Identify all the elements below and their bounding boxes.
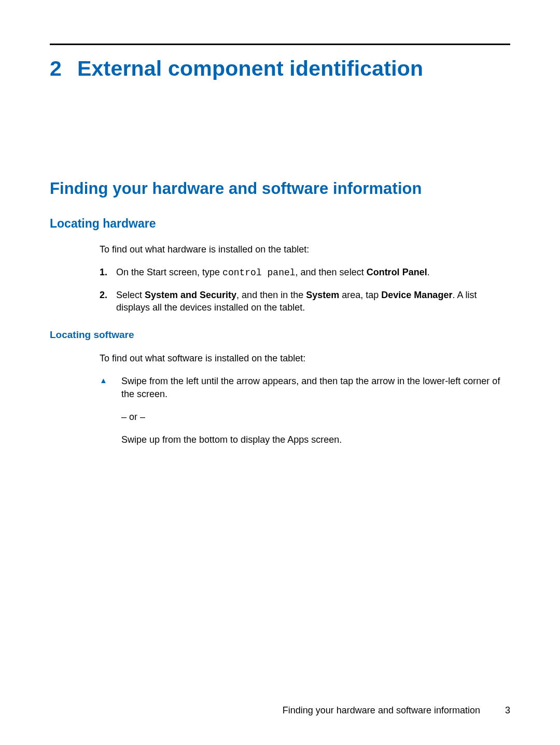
step-content: Select System and Security, and then in …: [116, 289, 510, 314]
text: .: [427, 267, 430, 277]
text: On the Start screen, type: [116, 267, 222, 277]
bold-text: Control Panel: [367, 267, 427, 277]
triangle-icon: ▲: [100, 375, 121, 456]
chapter-number: 2: [50, 57, 62, 81]
sw-line-1: Swipe from the left until the arrow appe…: [121, 375, 510, 400]
bold-text: Device Manager: [381, 290, 452, 300]
text: , and then select: [296, 267, 367, 277]
step-content: On the Start screen, type control panel,…: [116, 266, 510, 279]
chapter-title: 2External component identification: [50, 57, 510, 81]
bullet-content: Swipe from the left until the arrow appe…: [121, 375, 510, 456]
chapter-title-text: External component identification: [77, 57, 423, 80]
top-rule: [50, 44, 510, 45]
sw-heading: Locating software: [50, 329, 510, 341]
text: area, tap: [339, 290, 381, 300]
bold-text: System: [306, 290, 339, 300]
sw-line-2: Swipe up from the bottom to display the …: [121, 433, 510, 446]
sw-step: ▲ Swipe from the left until the arrow ap…: [100, 375, 510, 456]
step-number: 2.: [100, 289, 116, 314]
code-text: control panel: [222, 268, 295, 278]
hw-steps: 1. On the Start screen, type control pan…: [100, 266, 510, 314]
page-footer: Finding your hardware and software infor…: [283, 705, 510, 716]
document-page: 2External component identification Findi…: [0, 0, 560, 745]
section-heading: Finding your hardware and software infor…: [50, 179, 510, 198]
sw-bullets: ▲ Swipe from the left until the arrow ap…: [100, 375, 510, 456]
hw-step-2: 2. Select System and Security, and then …: [100, 289, 510, 314]
hw-step-1: 1. On the Start screen, type control pan…: [100, 266, 510, 279]
sw-or: – or –: [121, 411, 510, 423]
step-number: 1.: [100, 266, 116, 279]
text: , and then in the: [236, 290, 306, 300]
footer-label: Finding your hardware and software infor…: [283, 705, 480, 716]
bold-text: System and Security: [145, 290, 236, 300]
hw-intro: To find out what hardware is installed o…: [100, 243, 510, 256]
sw-intro: To find out what software is installed o…: [100, 352, 510, 364]
text: Select: [116, 290, 145, 300]
page-number: 3: [505, 705, 510, 716]
hw-heading: Locating hardware: [50, 217, 510, 231]
